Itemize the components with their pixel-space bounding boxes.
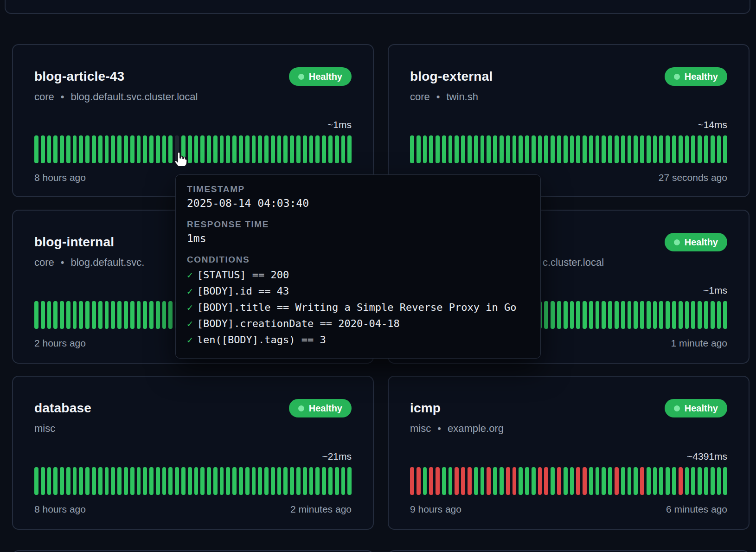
health-bar[interactable] (130, 467, 135, 495)
health-bar[interactable] (296, 135, 301, 163)
health-bar[interactable] (538, 135, 542, 163)
health-bar[interactable] (551, 135, 555, 163)
health-bar[interactable] (487, 467, 491, 495)
health-bar[interactable] (493, 135, 497, 163)
health-bar[interactable] (111, 301, 115, 329)
health-bar[interactable] (264, 467, 269, 495)
health-bar[interactable] (200, 135, 205, 163)
health-bar[interactable] (506, 467, 510, 495)
health-bar[interactable] (481, 467, 485, 495)
health-bar[interactable] (711, 301, 715, 329)
health-bar[interactable] (429, 135, 433, 163)
health-bar[interactable] (608, 301, 612, 329)
health-bar[interactable] (621, 301, 625, 329)
health-bar[interactable] (290, 467, 294, 495)
health-bar[interactable] (117, 301, 122, 329)
health-bar[interactable] (47, 135, 51, 163)
health-bar[interactable] (608, 467, 612, 495)
health-bar[interactable] (79, 301, 83, 329)
health-bar[interactable] (60, 301, 64, 329)
health-bar[interactable] (602, 135, 606, 163)
health-bar[interactable] (474, 135, 478, 163)
health-bar[interactable] (679, 467, 683, 495)
health-bar[interactable] (519, 135, 523, 163)
health-bar[interactable] (79, 467, 83, 495)
health-bar[interactable] (711, 135, 715, 163)
health-bar[interactable] (704, 467, 708, 495)
health-bar[interactable] (621, 135, 625, 163)
health-bar[interactable] (34, 135, 38, 163)
health-bar[interactable] (576, 301, 580, 329)
health-bar[interactable] (691, 135, 695, 163)
health-bar[interactable] (557, 467, 561, 495)
health-bar[interactable] (672, 301, 676, 329)
health-bar[interactable] (335, 467, 339, 495)
health-bar[interactable] (105, 467, 109, 495)
health-bar[interactable] (322, 467, 326, 495)
health-bar[interactable] (679, 135, 683, 163)
health-bar[interactable] (124, 467, 128, 495)
health-bar[interactable] (500, 467, 504, 495)
health-bar[interactable] (423, 135, 427, 163)
health-bar[interactable] (34, 467, 38, 495)
health-bar[interactable] (47, 301, 51, 329)
health-bar[interactable] (105, 135, 109, 163)
endpoint-card-database[interactable]: database Healthy misc ~21ms 8 hours ago … (12, 376, 374, 530)
health-bar[interactable] (474, 467, 478, 495)
health-bar[interactable] (200, 467, 205, 495)
health-bar[interactable] (513, 467, 517, 495)
health-bar[interactable] (544, 467, 548, 495)
health-bar[interactable] (551, 467, 555, 495)
health-bar[interactable] (143, 135, 147, 163)
health-bar[interactable] (685, 467, 689, 495)
health-bar[interactable] (239, 135, 243, 163)
health-bar[interactable] (137, 301, 141, 329)
health-bar[interactable] (149, 301, 154, 329)
health-bar[interactable] (583, 135, 587, 163)
health-bar[interactable] (156, 301, 160, 329)
health-bar[interactable] (341, 467, 346, 495)
health-bar[interactable] (271, 467, 275, 495)
health-bar[interactable] (181, 467, 186, 495)
health-bar[interactable] (640, 301, 644, 329)
health-bar[interactable] (341, 135, 346, 163)
health-bar[interactable] (647, 301, 651, 329)
health-bar[interactable] (92, 467, 96, 495)
health-bar[interactable] (615, 135, 619, 163)
health-bar[interactable] (124, 301, 128, 329)
health-bar[interactable] (239, 467, 243, 495)
health-bar[interactable] (698, 467, 702, 495)
health-bar[interactable] (640, 467, 644, 495)
health-bar[interactable] (679, 301, 683, 329)
health-bar[interactable] (328, 467, 333, 495)
health-bar[interactable] (264, 135, 269, 163)
health-bar[interactable] (85, 135, 90, 163)
health-bar[interactable] (303, 135, 307, 163)
health-bar[interactable] (347, 467, 352, 495)
health-bar[interactable] (717, 467, 721, 495)
health-bar[interactable] (181, 135, 186, 163)
health-bar[interactable] (589, 467, 593, 495)
health-bar[interactable] (723, 135, 727, 163)
health-bar[interactable] (596, 467, 600, 495)
health-bar[interactable] (455, 467, 459, 495)
health-bar[interactable] (149, 135, 154, 163)
health-bar[interactable] (448, 135, 453, 163)
health-bar[interactable] (672, 135, 676, 163)
health-bar[interactable] (513, 135, 517, 163)
health-bar[interactable] (137, 135, 141, 163)
health-bar[interactable] (34, 301, 38, 329)
health-bar[interactable] (156, 135, 160, 163)
health-bar[interactable] (220, 467, 224, 495)
health-bar[interactable] (691, 301, 695, 329)
health-bar[interactable] (73, 467, 77, 495)
health-bar[interactable] (698, 301, 702, 329)
health-bar[interactable] (564, 467, 568, 495)
health-bar[interactable] (252, 467, 256, 495)
health-bar[interactable] (213, 135, 218, 163)
health-bar[interactable] (519, 467, 523, 495)
health-bar[interactable] (162, 301, 167, 329)
health-bar[interactable] (188, 467, 192, 495)
health-bar[interactable] (506, 135, 510, 163)
health-bar[interactable] (640, 135, 644, 163)
